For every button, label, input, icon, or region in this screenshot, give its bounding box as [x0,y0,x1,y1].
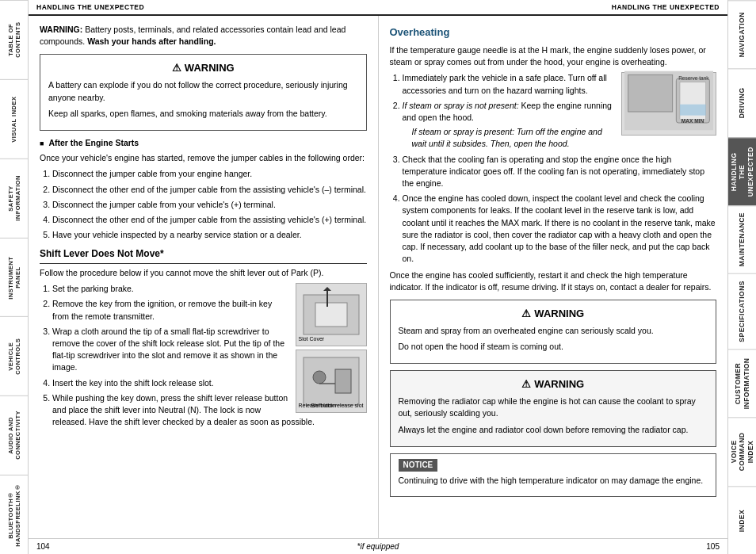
step-5: Have your vehicle inspected by a nearby … [52,229,367,241]
warning-box-radiator: ⚠ WARNING Removing the radiator cap whil… [390,370,717,447]
step-1: Disconnect the jumper cable from your en… [52,168,367,180]
battery-warning-lead: WARNING: Battery posts, terminals, and r… [40,24,367,48]
shift-intro: Follow the procedure below if you cannot… [40,267,367,279]
engine-image: Reserve tank MAX MIN [621,72,716,136]
right-page: Overheating If the temperature gauge nee… [379,16,728,538]
sidebar-right-maintenance[interactable]: MAINTENANCE [728,205,756,273]
svg-text:MAX  MIN: MAX MIN [682,118,704,124]
overheat-step-4: Once the engine has cooled down, inspect… [403,193,717,265]
svg-rect-12 [680,105,706,116]
notice-title: NOTICE [399,459,438,472]
sidebar-right-customer[interactable]: CUSTOMER INFORMATION [728,349,756,417]
overheat-step-3: Check that the cooling fan is operating … [403,154,717,190]
sidebar-right-voice[interactable]: VOICE COMMAND INDEX [728,417,756,485]
shift-images: Slot Cover Release button Shift lock rel… [296,283,367,413]
svg-marker-3 [323,287,331,291]
sidebar-item-bluetooth[interactable]: BLUETOOTH® HANDSFREELINK® [0,475,28,554]
warning-box-steam: ⚠ WARNING Steam and spray from an overhe… [390,300,717,364]
overheat-para-after: Once the engine has cooled sufficiently,… [390,269,717,293]
page-header: HANDLING THE UNEXPECTED HANDLING THE UNE… [29,0,727,16]
shift-image-1: Slot Cover [296,283,367,346]
step-3: Disconnect the jumper cable from your ve… [52,199,367,211]
header-left: HANDLING THE UNEXPECTED [36,3,144,11]
page-number-right: 105 [672,542,720,551]
sidebar-item-visual[interactable]: VISUAL INDEX [0,79,28,159]
svg-text:Reserve tank: Reserve tank [678,75,709,81]
warning-radiator-2: Always let the engine and radiator cool … [399,424,708,436]
notice-text: Continuing to drive with the high temper… [399,475,708,487]
after-engine-heading: After the Engine Starts [40,137,367,149]
page-footer: 104 *if equipped 105 [29,538,727,554]
shift-img2-label2: Shift lock release slot [311,402,363,410]
shift-img1-label: Slot Cover [299,335,325,343]
jumper-cable-steps: Disconnect the jumper cable from your en… [52,168,367,241]
sidebar-right-index[interactable]: INDEX [728,486,756,554]
svg-point-5 [313,371,326,384]
shift-image-2: Release button Shift lock release slot [296,350,367,413]
warning-line-2: Keep all sparks, open flames, and smokin… [48,108,358,120]
overheating-heading: Overheating [390,25,717,40]
left-page: WARNING: Battery posts, terminals, and r… [29,16,379,538]
header-right: HANDLING THE UNEXPECTED [612,3,720,11]
warning-triangle-icon-3: ⚠ [521,377,531,392]
sidebar-item-toc[interactable]: TABLE OF CONTENTS [0,0,28,79]
sidebar-item-audio[interactable]: AUDIO AND CONNECTIVITY [0,395,28,475]
step-4: Disconnect the other end of the jumper c… [52,214,367,226]
warning-steam-2: Do not open the hood if steam is coming … [399,341,708,353]
sidebar-right-navigation[interactable]: NAVIGATION [728,0,756,68]
notice-box: NOTICE Continuing to drive with the high… [390,453,717,497]
warning-triangle-icon: ⚠ [172,61,181,76]
warning-triangle-icon-2: ⚠ [521,307,531,322]
shift-content: Slot Cover Release button Shift lock rel… [40,283,367,432]
warning-line-1: A battery can explode if you do not foll… [48,79,358,103]
warning-steam-1: Steam and spray from an overheated engin… [399,325,708,337]
sidebar-right-driving[interactable]: DRIVING [728,68,756,136]
page-number-left: 104 [36,542,84,551]
sidebar-right-handling[interactable]: HANDLING THE UNEXPECTED [728,137,756,205]
overheating-content: Reserve tank MAX MIN Immediately park th… [390,72,717,269]
sidebar-item-vehicle[interactable]: VEHICLE CONTROLS [0,316,28,395]
sidebar-item-safety[interactable]: SAFETY INFORMATION [0,159,28,238]
footer-note: *if equipped [84,542,672,551]
warning-radiator-1: Removing the radiator cap while the engi… [399,395,708,419]
after-engine-text: Once your vehicle's engine has started, … [40,152,367,164]
sidebar-right-specifications[interactable]: SPECIFICATIONS [728,273,756,349]
warning-box-battery: ⚠ WARNING A battery can explode if you d… [40,54,367,131]
svg-rect-9 [628,75,673,113]
svg-rect-6 [335,369,351,393]
sidebar-item-instrument[interactable]: INSTRUMENT PANEL [0,238,28,317]
overheating-intro: If the temperature gauge needle is at th… [390,44,717,68]
svg-rect-1 [315,303,347,327]
shift-lever-heading: Shift Lever Does Not Move* [40,247,367,263]
step-2: Disconnect the other end of the jumper c… [52,184,367,196]
